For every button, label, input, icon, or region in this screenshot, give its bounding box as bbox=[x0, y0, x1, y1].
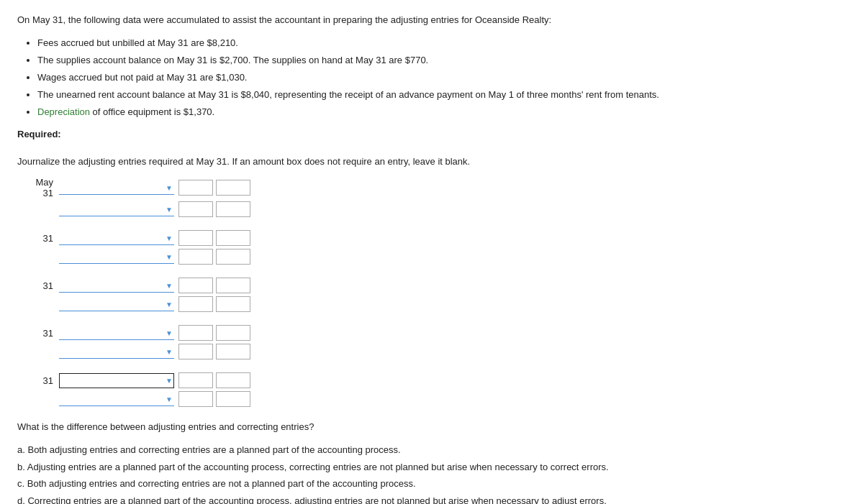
credit-input-1-2[interactable] bbox=[216, 201, 250, 217]
account-select-2-1[interactable]: ▼ bbox=[59, 231, 174, 245]
date-31-2-1: 31 bbox=[24, 233, 59, 244]
bullet-1: Fees accrued but unbilled at May 31 are … bbox=[37, 35, 843, 51]
journal-row-2-2: ▼ bbox=[24, 249, 843, 265]
journal-group-2: 31 ▼ ▼ bbox=[24, 230, 843, 265]
account-select-4-2[interactable]: ▼ bbox=[59, 344, 174, 359]
credit-input-3-2[interactable] bbox=[216, 296, 250, 312]
credit-input-2-2[interactable] bbox=[216, 249, 250, 265]
account-select-1-1[interactable]: ▼ bbox=[59, 180, 174, 195]
debit-input-5-1[interactable] bbox=[178, 372, 213, 388]
bullet-2: The supplies account balance on May 31 i… bbox=[37, 52, 843, 68]
option-b: b. Adjusting entries are a planned part … bbox=[17, 460, 843, 475]
bottom-question-section: What is the difference between adjusting… bbox=[17, 421, 843, 504]
journal-row-1-2: ▼ bbox=[24, 201, 843, 217]
journal-row-2-1: 31 ▼ bbox=[24, 230, 843, 246]
account-dropdown-1-2[interactable] bbox=[59, 202, 174, 216]
date-may31: May 31 bbox=[24, 177, 59, 198]
date-31-5-1: 31 bbox=[24, 375, 59, 386]
option-c: c. Both adjusting entries and correcting… bbox=[17, 477, 843, 491]
credit-input-2-1[interactable] bbox=[216, 230, 250, 246]
option-d-text: Correcting entries are a planned part of… bbox=[27, 495, 606, 504]
bullet-4: The unearned rent account balance at May… bbox=[37, 87, 843, 103]
account-dropdown-5-1[interactable] bbox=[59, 373, 174, 388]
account-select-5-2[interactable]: ▼ bbox=[59, 392, 174, 406]
credit-input-1-1[interactable] bbox=[216, 180, 250, 196]
option-b-text: Adjusting entries are a planned part of … bbox=[27, 462, 609, 472]
credit-input-4-2[interactable] bbox=[216, 344, 250, 359]
debit-input-5-2[interactable] bbox=[178, 391, 213, 407]
journal-row-3-2: ▼ bbox=[24, 296, 843, 312]
account-dropdown-2-1[interactable] bbox=[59, 231, 174, 245]
account-dropdown-2-2[interactable] bbox=[59, 249, 174, 264]
date-31-3-1: 31 bbox=[24, 280, 59, 291]
option-a-label: a. bbox=[17, 444, 25, 455]
bullet-list: Fees accrued but unbilled at May 31 are … bbox=[37, 35, 843, 120]
debit-input-3-2[interactable] bbox=[178, 296, 213, 312]
credit-input-5-1[interactable] bbox=[216, 372, 250, 388]
debit-input-3-1[interactable] bbox=[178, 278, 213, 293]
debit-input-2-2[interactable] bbox=[178, 249, 213, 265]
date-31-4-1: 31 bbox=[24, 328, 59, 339]
account-select-4-1[interactable]: ▼ bbox=[59, 326, 174, 340]
account-dropdown-1-1[interactable] bbox=[59, 180, 174, 195]
journal-row-5-1: 31 ▼ bbox=[24, 372, 843, 388]
account-dropdown-4-2[interactable] bbox=[59, 344, 174, 359]
answer-options: a. Both adjusting entries and correcting… bbox=[17, 443, 843, 504]
journal-row-4-2: ▼ bbox=[24, 344, 843, 359]
journal-row-5-2: ▼ bbox=[24, 391, 843, 407]
option-b-label: b. bbox=[17, 462, 25, 472]
account-dropdown-3-2[interactable] bbox=[59, 297, 174, 311]
account-dropdown-4-1[interactable] bbox=[59, 326, 174, 340]
debit-input-4-2[interactable] bbox=[178, 344, 213, 359]
option-a: a. Both adjusting entries and correcting… bbox=[17, 443, 843, 457]
option-d-label: d. bbox=[17, 495, 25, 504]
depreciation-word: Depreciation bbox=[37, 106, 90, 117]
journal-group-4: 31 ▼ ▼ bbox=[24, 325, 843, 359]
instruction-text: Journalize the adjusting entries require… bbox=[17, 156, 843, 167]
account-dropdown-3-1[interactable] bbox=[59, 278, 174, 293]
option-c-text: Both adjusting entries and correcting en… bbox=[27, 478, 416, 489]
debit-input-2-1[interactable] bbox=[178, 230, 213, 246]
journal-row-4-1: 31 ▼ bbox=[24, 325, 843, 341]
intro-opening: On May 31, the following data were accum… bbox=[17, 13, 843, 28]
journal-group-1: May 31 ▼ ▼ bbox=[24, 177, 843, 217]
account-select-3-2[interactable]: ▼ bbox=[59, 297, 174, 311]
journal-row-3-1: 31 ▼ bbox=[24, 278, 843, 293]
bullet-3: Wages accrued but not paid at May 31 are… bbox=[37, 70, 843, 86]
required-label: Required: bbox=[17, 129, 843, 139]
option-a-text: Both adjusting entries and correcting en… bbox=[27, 444, 400, 455]
credit-input-5-2[interactable] bbox=[216, 391, 250, 407]
account-select-2-2[interactable]: ▼ bbox=[59, 249, 174, 264]
option-c-label: c. bbox=[17, 478, 24, 489]
journal-group-5: 31 ▼ ▼ bbox=[24, 372, 843, 407]
journal-group-3: 31 ▼ ▼ bbox=[24, 278, 843, 312]
journal-table: May 31 ▼ ▼ 31 bbox=[24, 177, 843, 407]
account-select-1-2[interactable]: ▼ bbox=[59, 202, 174, 216]
credit-input-3-1[interactable] bbox=[216, 278, 250, 293]
journal-row-1-1: May 31 ▼ bbox=[24, 177, 843, 198]
debit-input-1-1[interactable] bbox=[178, 180, 213, 196]
account-select-3-1[interactable]: ▼ bbox=[59, 278, 174, 293]
credit-input-4-1[interactable] bbox=[216, 325, 250, 341]
option-d: d. Correcting entries are a planned part… bbox=[17, 494, 843, 504]
question-text: What is the difference between adjusting… bbox=[17, 421, 843, 432]
debit-input-4-1[interactable] bbox=[178, 325, 213, 341]
bullet-5: Depreciation of office equipment is $1,3… bbox=[37, 104, 843, 120]
account-dropdown-5-2[interactable] bbox=[59, 392, 174, 406]
bullet-5-suffix: of office equipment is $1,370. bbox=[90, 106, 214, 117]
debit-input-1-2[interactable] bbox=[178, 201, 213, 217]
account-select-5-1[interactable]: ▼ bbox=[59, 373, 174, 388]
